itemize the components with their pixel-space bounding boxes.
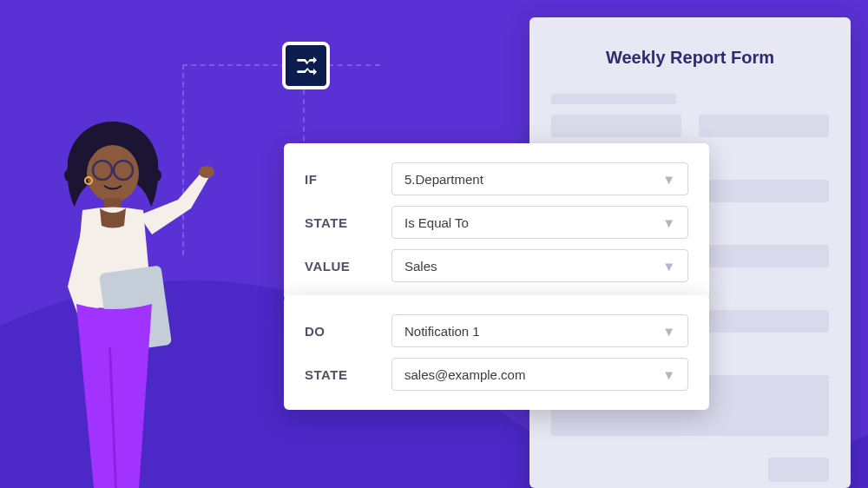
chevron-down-icon: ▼ <box>662 367 675 382</box>
chevron-down-icon: ▼ <box>662 172 675 187</box>
chevron-down-icon: ▼ <box>662 215 675 230</box>
condition-icon-box <box>282 42 330 89</box>
select-value: sales@example.com <box>404 367 525 382</box>
dashed-connector <box>328 64 380 66</box>
select-value: 5.Department <box>404 172 483 187</box>
svg-point-11 <box>64 168 78 182</box>
condition-row: STATE Is Equal To ▼ <box>305 206 688 239</box>
svg-point-10 <box>141 152 158 169</box>
svg-point-6 <box>199 166 214 178</box>
do-state-select[interactable]: sales@example.com ▼ <box>391 358 688 391</box>
select-value: Is Equal To <box>404 215 469 230</box>
row-label: VALUE <box>305 259 391 274</box>
placeholder-label <box>551 94 676 104</box>
shuffle-icon <box>293 52 320 80</box>
condition-do-card: DO Notification 1 ▼ STATE sales@example.… <box>284 295 709 410</box>
placeholder-input <box>699 115 829 137</box>
condition-row: IF 5.Department ▼ <box>305 162 688 195</box>
dashed-connector <box>182 64 286 66</box>
placeholder-button <box>768 458 829 482</box>
dashed-connector <box>303 89 305 150</box>
person-illustration <box>52 113 260 488</box>
svg-point-9 <box>68 152 85 169</box>
if-field-select[interactable]: 5.Department ▼ <box>391 162 688 195</box>
row-label: DO <box>305 324 391 339</box>
row-label: IF <box>305 172 391 187</box>
row-label: STATE <box>305 367 391 382</box>
row-label: STATE <box>305 215 391 230</box>
svg-point-12 <box>148 168 161 182</box>
chevron-down-icon: ▼ <box>662 259 675 274</box>
do-action-select[interactable]: Notification 1 ▼ <box>391 314 688 347</box>
condition-row: VALUE Sales ▼ <box>305 249 688 282</box>
if-state-select[interactable]: Is Equal To ▼ <box>391 206 688 239</box>
placeholder-input <box>551 115 681 137</box>
condition-row: STATE sales@example.com ▼ <box>305 358 688 391</box>
if-value-select[interactable]: Sales ▼ <box>391 249 688 282</box>
select-value: Notification 1 <box>404 324 480 339</box>
form-title: Weekly Report Form <box>551 48 829 68</box>
condition-if-card: IF 5.Department ▼ STATE Is Equal To ▼ VA… <box>284 143 709 301</box>
select-value: Sales <box>404 259 437 274</box>
condition-row: DO Notification 1 ▼ <box>305 314 688 347</box>
placeholder-actions <box>551 458 829 488</box>
chevron-down-icon: ▼ <box>662 324 675 339</box>
